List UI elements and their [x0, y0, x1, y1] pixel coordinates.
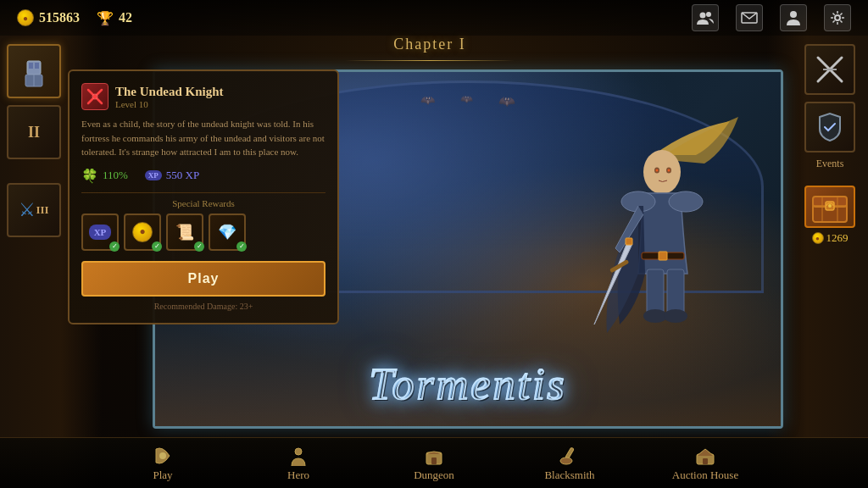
- nav-play-label: Play: [153, 469, 172, 482]
- trophy-display: 🏆 42: [97, 10, 132, 26]
- reward-item4-check: ✓: [236, 241, 247, 252]
- events-label: Events: [816, 158, 844, 170]
- svg-rect-41: [431, 458, 437, 464]
- svg-point-31: [656, 169, 659, 172]
- bottom-nav: Play Hero Dungeon Blacksmith Auction Hou…: [0, 437, 868, 488]
- reward-item4: 💎 ✓: [209, 214, 246, 251]
- svg-rect-34: [659, 252, 667, 260]
- coins-value: 515863: [39, 10, 80, 25]
- chest-coin-icon: ●: [812, 232, 824, 244]
- trophy-icon: 🏆: [97, 10, 114, 26]
- group-button[interactable]: [692, 4, 719, 31]
- quest-title-row: The Undead Knight Level 10: [81, 83, 326, 110]
- clover-icon: 🍀: [81, 168, 98, 184]
- chest-section: ● 1269: [804, 186, 855, 245]
- chest-coins-display: ● 1269: [812, 231, 849, 245]
- sword-cross-button[interactable]: [804, 44, 855, 95]
- chapter-header: Chapter I: [393, 36, 465, 53]
- sidebar-item-level3[interactable]: ⚔ III: [7, 183, 61, 237]
- svg-rect-24: [626, 238, 632, 245]
- auction-nav-icon: [695, 446, 715, 466]
- svg-rect-26: [667, 269, 684, 316]
- svg-point-1: [706, 12, 711, 17]
- reward-xp-badge: XP: [89, 225, 112, 240]
- nav-hero-label: Hero: [287, 469, 309, 482]
- left-sidebar: II ⚔ III: [0, 36, 68, 437]
- nav-blacksmith[interactable]: Blacksmith: [502, 438, 637, 489]
- special-rewards-label: Special Rewards: [81, 192, 326, 208]
- play-button[interactable]: Play: [81, 261, 326, 297]
- chapter-underline: [345, 60, 515, 61]
- svg-point-39: [295, 448, 302, 455]
- settings-button[interactable]: [824, 4, 851, 31]
- reward-coin-icon: ●: [132, 222, 153, 242]
- svg-point-43: [560, 458, 572, 464]
- svg-point-38: [159, 452, 166, 459]
- play-nav-icon: [153, 446, 173, 466]
- quest-stats: 🍀 110% XP 550 XP: [81, 168, 326, 184]
- nav-dungeon[interactable]: Dungeon: [366, 438, 502, 489]
- sidebar-item-hero[interactable]: [7, 44, 61, 98]
- scroll-icon: 📜: [175, 223, 194, 241]
- top-bar-left: ● 515863 🏆 42: [17, 9, 132, 26]
- xp-badge: XP: [145, 170, 162, 180]
- reward-xp-check: ✓: [109, 241, 120, 252]
- quest-icon: [81, 83, 108, 110]
- nav-hero[interactable]: Hero: [231, 438, 366, 489]
- xp-stat: XP 550 XP: [145, 169, 199, 182]
- reward-item3-check: ✓: [194, 241, 204, 252]
- svg-rect-6: [29, 63, 33, 69]
- sword-icon: ⚔: [19, 199, 36, 221]
- top-bar-right: [692, 4, 851, 31]
- svg-point-4: [835, 15, 840, 20]
- quest-title-text: The Undead Knight: [115, 85, 224, 99]
- luck-stat: 🍀 110%: [81, 168, 128, 184]
- chest-button[interactable]: [804, 186, 855, 228]
- center-panel: Chapter I 🦇 🦇 🦇: [68, 36, 792, 437]
- game-title: Tormentis: [155, 359, 781, 409]
- events-section: Events: [804, 102, 855, 170]
- level-roman-3: III: [36, 203, 48, 217]
- right-sidebar: Events ● 1269: [792, 36, 868, 437]
- quest-title-block: The Undead Knight Level 10: [115, 85, 224, 109]
- recommended-dmg: Recommended Damage: 23+: [81, 302, 326, 311]
- top-bar: ● 515863 🏆 42: [0, 0, 868, 36]
- svg-point-22: [669, 191, 703, 212]
- svg-point-32: [668, 169, 670, 172]
- reward-item3: 📜 ✓: [166, 214, 203, 251]
- svg-point-28: [664, 309, 687, 323]
- svg-rect-7: [35, 63, 39, 69]
- mail-button[interactable]: [736, 4, 763, 31]
- level-roman-2: II: [28, 124, 40, 141]
- coins-display: ● 515863: [17, 9, 80, 26]
- gem-icon: 💎: [218, 223, 236, 241]
- nav-blacksmith-label: Blacksmith: [544, 469, 594, 482]
- luck-value: 110%: [103, 169, 128, 182]
- nav-play[interactable]: Play: [95, 438, 231, 489]
- svg-point-17: [828, 204, 832, 208]
- sidebar-item-level2[interactable]: II: [7, 105, 61, 159]
- dungeon-nav-icon: [424, 446, 444, 466]
- nav-auction[interactable]: Auction House: [637, 438, 773, 489]
- xp-value: 550 XP: [166, 169, 199, 182]
- reward-coin: ● ✓: [124, 214, 161, 251]
- reward-coin-check: ✓: [152, 241, 162, 252]
- svg-rect-45: [703, 458, 708, 464]
- quest-card: The Undead Knight Level 10 Even as a chi…: [68, 69, 339, 324]
- svg-point-20: [643, 150, 681, 194]
- nav-dungeon-label: Dungeon: [414, 469, 454, 482]
- rewards-row: XP ✓ ● ✓ 📜 ✓ 💎 ✓: [81, 214, 326, 251]
- coin-icon: ●: [17, 9, 34, 26]
- svg-point-0: [700, 13, 706, 19]
- blacksmith-nav-icon: [559, 446, 580, 466]
- reward-xp: XP ✓: [81, 214, 119, 251]
- svg-point-3: [790, 11, 797, 18]
- nav-auction-label: Auction House: [672, 469, 738, 482]
- bats: 🦇 🦇 🦇: [420, 93, 515, 109]
- events-button[interactable]: [804, 102, 855, 152]
- quest-description: Even as a child, the story of the undead…: [81, 117, 326, 159]
- profile-button[interactable]: [780, 4, 807, 31]
- svg-point-27: [643, 309, 667, 323]
- quest-level-text: Level 10: [115, 99, 224, 109]
- hero-nav-icon: [288, 446, 309, 466]
